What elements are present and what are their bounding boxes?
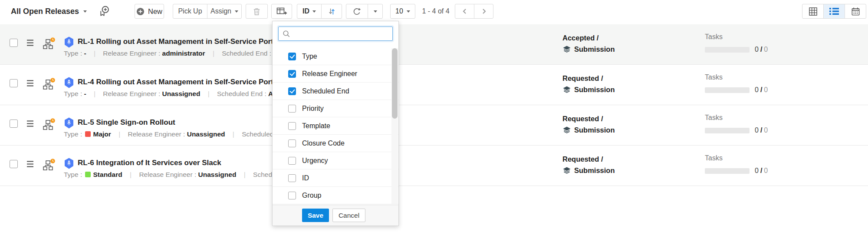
column-search-input[interactable]: [293, 30, 392, 38]
previous-page-button[interactable]: [455, 4, 474, 18]
list-view-button[interactable]: [823, 4, 845, 18]
type-value: Major: [93, 130, 111, 138]
column-option-list: Type Release Engineer Scheduled End Prio…: [273, 48, 398, 204]
type-value: -: [84, 90, 86, 97]
tasks-progress-bar: [705, 87, 750, 93]
tasks-total: 0: [764, 46, 768, 53]
checkbox-icon[interactable]: [288, 139, 296, 147]
hierarchy-icon[interactable]: [42, 37, 56, 50]
release-row[interactable]: RL-6 Integration of It Services over Sla…: [0, 146, 868, 186]
release-row[interactable]: RL-4 Rolling out Asset Management in Sel…: [0, 65, 868, 105]
column-option-release-engineer[interactable]: Release Engineer: [273, 65, 398, 83]
hierarchy-icon[interactable]: [42, 77, 56, 90]
release-title[interactable]: RL-4 Rolling out Asset Management in Sel…: [78, 78, 279, 86]
engineer-value: administrator: [162, 50, 205, 57]
dropdown-scrollbar[interactable]: [391, 48, 398, 204]
checkbox-icon[interactable]: [288, 53, 296, 60]
release-details: Type : - | Release Engineer : Unassigned…: [64, 90, 290, 98]
drag-handle-icon[interactable]: [26, 160, 34, 168]
scheduled-end-label: Scheduled End: [222, 50, 267, 57]
release-title[interactable]: RL-1 Rolling out Asset Management in Sel…: [78, 37, 279, 46]
release-title[interactable]: RL-6 Integration of It Services over Sla…: [78, 159, 221, 167]
refresh-icon: [352, 7, 362, 16]
release-badge-icon: [64, 158, 74, 169]
scrollbar-thumb[interactable]: [392, 48, 398, 119]
type-color-swatch: [85, 131, 91, 137]
grid-view-icon: [809, 7, 818, 16]
cancel-button[interactable]: Cancel: [332, 209, 365, 222]
checkbox-icon[interactable]: [288, 174, 296, 182]
page-size-selector[interactable]: 10: [390, 4, 415, 19]
view-search-button[interactable]: [98, 4, 111, 19]
chevron-down-icon: [407, 10, 410, 13]
sort-field-button[interactable]: ID: [297, 4, 321, 18]
table-add-column-icon: [276, 7, 287, 16]
status-stage: Submission: [574, 86, 615, 94]
view-selector-label: All Open Releases: [11, 7, 79, 16]
checkbox-icon[interactable]: [288, 87, 296, 95]
column-option-closure-code[interactable]: Closure Code: [273, 135, 398, 152]
delete-button[interactable]: [246, 4, 268, 19]
drag-handle-icon[interactable]: [26, 39, 34, 46]
type-value: Standard: [93, 171, 122, 178]
column-option-group[interactable]: Group: [273, 187, 398, 204]
checkbox-icon[interactable]: [288, 157, 296, 165]
pick-up-button[interactable]: Pick Up: [173, 4, 207, 18]
checkbox-icon[interactable]: [288, 105, 296, 113]
status-stage-row: Submission: [562, 45, 615, 53]
drag-handle-icon[interactable]: [26, 120, 34, 127]
grid-view-button[interactable]: [802, 4, 823, 18]
release-title[interactable]: RL-5 Single Sign-on Rollout: [78, 118, 175, 127]
refresh-options-button[interactable]: [368, 4, 382, 18]
page-info: 1 - 4 of 4: [419, 4, 452, 19]
stage-layers-icon: [562, 126, 571, 134]
chevron-left-icon: [461, 8, 468, 15]
column-chooser-panel: Type Release Engineer Scheduled End Prio…: [272, 21, 399, 226]
view-selector[interactable]: All Open Releases: [11, 4, 87, 19]
sort-direction-button[interactable]: [321, 4, 342, 18]
column-chooser-button[interactable]: [271, 4, 292, 19]
checkbox-icon[interactable]: [288, 122, 296, 130]
release-row[interactable]: RL-1 Rolling out Asset Management in Sel…: [0, 24, 868, 65]
release-row[interactable]: RL-5 Single Sign-on Rollout Type : Major…: [0, 105, 868, 146]
column-option-type[interactable]: Type: [273, 48, 398, 65]
checkbox-icon[interactable]: [288, 70, 296, 78]
engineer-value: Unassigned: [198, 171, 237, 178]
tasks-label: Tasks: [705, 154, 723, 162]
row-checkbox[interactable]: [10, 120, 18, 128]
sort-field-label: ID: [302, 7, 309, 15]
row-checkbox[interactable]: [10, 79, 18, 87]
sort-group: ID: [297, 4, 342, 19]
chevron-down-icon: [312, 10, 316, 13]
next-page-button[interactable]: [474, 4, 493, 18]
calendar-view-icon: [851, 7, 860, 16]
refresh-button[interactable]: [346, 4, 368, 18]
calendar-view-button[interactable]: [845, 4, 866, 18]
status-stage: Submission: [574, 126, 615, 134]
hierarchy-icon[interactable]: [42, 158, 56, 171]
status-primary: Requested /: [562, 155, 603, 163]
column-search-box[interactable]: [278, 27, 393, 41]
type-label: Type: [64, 50, 79, 57]
row-checkbox[interactable]: [10, 160, 18, 168]
release-badge-icon: [64, 77, 74, 88]
status-stage-row: Submission: [562, 86, 615, 94]
column-option-id[interactable]: ID: [273, 169, 398, 187]
plus-circle-icon: [136, 7, 145, 16]
refresh-group: [346, 4, 383, 19]
checkbox-icon[interactable]: [288, 192, 296, 199]
column-option-priority[interactable]: Priority: [273, 100, 398, 117]
save-button[interactable]: Save: [302, 209, 329, 222]
column-option-urgency[interactable]: Urgency: [273, 152, 398, 169]
drag-handle-icon[interactable]: [26, 80, 34, 87]
view-search-icon: [98, 5, 111, 18]
status-stage-row: Submission: [562, 126, 615, 134]
row-checkbox[interactable]: [10, 39, 18, 47]
assign-button[interactable]: Assign: [207, 4, 241, 18]
column-option-scheduled-end[interactable]: Scheduled End: [273, 83, 398, 100]
hierarchy-icon[interactable]: [42, 118, 56, 131]
stage-layers-icon: [562, 166, 571, 175]
tasks-label: Tasks: [705, 33, 723, 41]
column-option-template[interactable]: Template: [273, 117, 398, 135]
new-button[interactable]: New: [135, 4, 164, 19]
